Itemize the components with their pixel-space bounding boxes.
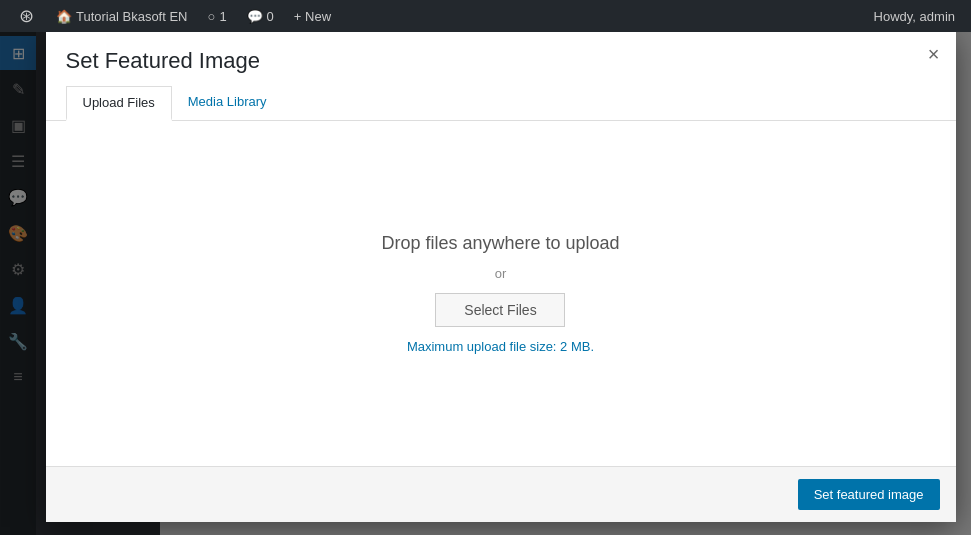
new-item[interactable]: + New — [286, 0, 339, 32]
upload-area: Drop files anywhere to upload or Select … — [381, 233, 619, 354]
select-files-button[interactable]: Select Files — [435, 293, 565, 327]
comments-count: 0 — [267, 9, 274, 24]
modal-title: Set Featured Image — [66, 48, 936, 74]
modal-close-button[interactable]: × — [928, 44, 940, 64]
drop-files-text: Drop files anywhere to upload — [381, 233, 619, 254]
home-icon: 🏠 — [56, 9, 72, 24]
howdy-text: Howdy, admin — [874, 9, 963, 24]
updates-item[interactable]: ○ 1 — [200, 0, 235, 32]
or-text: or — [495, 266, 507, 281]
modal-overlay: Set Featured Image × Upload Files Media … — [0, 0, 971, 535]
modal-tabs: Upload Files Media Library — [66, 86, 936, 120]
set-featured-image-button[interactable]: Set featured image — [798, 479, 940, 510]
tab-upload-files[interactable]: Upload Files — [66, 86, 172, 121]
modal-body: Drop files anywhere to upload or Select … — [46, 121, 956, 466]
new-label: + New — [294, 9, 331, 24]
site-name: Tutorial Bkasoft EN — [76, 9, 188, 24]
site-name-item[interactable]: 🏠 Tutorial Bkasoft EN — [48, 0, 196, 32]
upload-info-text: Maximum upload file size: 2 MB. — [407, 339, 594, 354]
comments-icon: 💬 — [247, 9, 263, 24]
tab-media-library[interactable]: Media Library — [172, 86, 283, 121]
comments-item[interactable]: 💬 0 — [239, 0, 282, 32]
wp-logo-item[interactable]: ⊛ — [8, 0, 44, 32]
modal-header: Set Featured Image × Upload Files Media … — [46, 32, 956, 121]
modal-footer: Set featured image — [46, 466, 956, 522]
updates-icon: ○ — [208, 9, 216, 24]
set-featured-image-modal: Set Featured Image × Upload Files Media … — [46, 32, 956, 522]
admin-bar: ⊛ 🏠 Tutorial Bkasoft EN ○ 1 💬 0 + New Ho… — [0, 0, 971, 32]
wp-logo-icon: ⊛ — [16, 6, 36, 26]
updates-count: 1 — [219, 9, 226, 24]
